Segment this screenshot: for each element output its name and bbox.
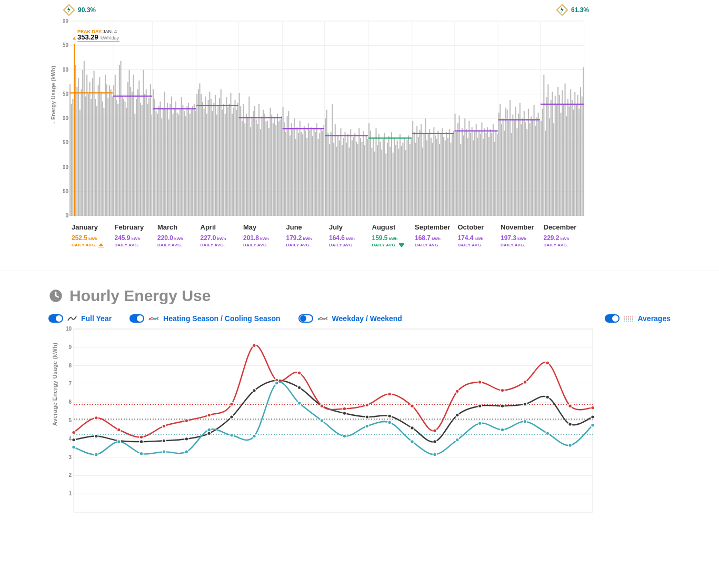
svg-point-90 xyxy=(117,428,121,432)
svg-point-132 xyxy=(523,420,527,423)
svg-point-82 xyxy=(478,404,482,408)
month-name: October xyxy=(458,223,497,231)
daily-bar xyxy=(321,128,322,216)
toggle-full-year[interactable]: Full Year xyxy=(48,314,112,323)
daily-bar xyxy=(211,99,212,216)
daily-bar xyxy=(132,92,133,216)
daily-bar xyxy=(437,131,438,216)
month-avg-value: 174.4kWh xyxy=(458,234,497,242)
svg-point-95 xyxy=(230,402,234,406)
daily-avg-label: DAILY AVG. xyxy=(458,243,497,247)
daily-bar xyxy=(198,89,199,216)
daily-bar xyxy=(525,122,526,216)
daily-bar xyxy=(305,131,306,216)
daily-bar xyxy=(362,142,363,216)
daily-bar xyxy=(562,90,563,216)
daily-bar xyxy=(368,123,370,216)
daily-bar xyxy=(157,114,158,216)
daily-bar xyxy=(555,96,556,216)
daily-bar xyxy=(116,100,117,216)
month-avg-value: 197.3kWh xyxy=(501,234,540,242)
daily-bar xyxy=(582,96,583,216)
daily-bar xyxy=(316,123,317,216)
daily-bar xyxy=(194,104,195,216)
daily-bar xyxy=(353,137,354,216)
month-col: December229.2kWhDAILY AVG. xyxy=(542,218,585,247)
daily-bar xyxy=(541,121,542,216)
daily-bar xyxy=(388,136,390,216)
daily-bar xyxy=(95,99,96,216)
daily-bar xyxy=(253,111,254,216)
toggle-label: Heating Season / Cooling Season xyxy=(163,314,280,323)
svg-point-119 xyxy=(230,433,234,437)
daily-bar xyxy=(119,65,120,216)
daily-bar xyxy=(120,61,121,216)
daily-avg-label: DAILY AVG. xyxy=(201,243,239,247)
toggle-switch[interactable] xyxy=(48,314,63,323)
daily-bar xyxy=(148,98,149,216)
daily-bar xyxy=(343,138,344,216)
month-name: January xyxy=(72,223,111,231)
daily-avg-label: DAILY AVG. xyxy=(72,243,111,247)
daily-bar xyxy=(363,131,364,216)
month-col: November197.3kWhDAILY AVG. xyxy=(498,218,542,247)
toggle-switch[interactable] xyxy=(129,314,144,323)
daily-bar xyxy=(299,121,301,216)
toggle-switch[interactable] xyxy=(605,314,620,323)
daily-bar xyxy=(484,128,485,216)
daily-bar xyxy=(301,132,302,216)
toggle-seasons[interactable]: Heating Season / Cooling Season xyxy=(129,314,280,323)
daily-bar xyxy=(480,134,481,216)
svg-point-104 xyxy=(433,429,437,433)
month-col: June179.2kWhDAILY AVG. xyxy=(284,218,327,247)
daily-bar xyxy=(559,95,560,216)
month-name: August xyxy=(372,223,411,231)
svg-point-77 xyxy=(365,415,369,419)
daily-bar xyxy=(269,108,271,216)
daily-bar xyxy=(322,131,323,216)
daily-bar xyxy=(151,115,152,216)
toggle-week[interactable]: Weekday / Weekend xyxy=(298,314,402,323)
svg-point-69 xyxy=(185,437,188,441)
daily-bar xyxy=(137,89,138,216)
svg-point-109 xyxy=(546,361,550,365)
svg-point-111 xyxy=(591,406,595,410)
daily-bar xyxy=(175,102,176,216)
svg-point-128 xyxy=(433,453,437,456)
daily-bar xyxy=(165,109,166,216)
svg-point-76 xyxy=(343,412,346,415)
daily-bar xyxy=(426,141,427,216)
svg-point-114 xyxy=(117,440,121,444)
daily-bar xyxy=(453,131,454,216)
daily-bar xyxy=(319,133,320,216)
svg-point-135 xyxy=(591,423,595,427)
daily-bar xyxy=(340,128,341,216)
daily-bar xyxy=(472,127,473,216)
daily-bar xyxy=(441,134,442,216)
daily-bar xyxy=(563,104,564,216)
daily-bar xyxy=(88,94,89,216)
daily-bar xyxy=(445,141,446,216)
daily-bar xyxy=(123,99,124,216)
toggle-switch[interactable] xyxy=(298,314,313,323)
daily-bar xyxy=(443,137,444,216)
daily-bar xyxy=(227,107,228,216)
daily-bar xyxy=(215,95,216,216)
daily-bar xyxy=(456,132,457,216)
toggle-label: Weekday / Weekend xyxy=(332,314,402,323)
toggle-avg[interactable]: Averages xyxy=(605,314,671,323)
daily-bar xyxy=(150,84,151,216)
daily-bar xyxy=(576,104,577,216)
daily-bar xyxy=(377,145,378,216)
daily-bar xyxy=(164,92,165,216)
month-name: November xyxy=(501,223,540,231)
svg-text:5: 5 xyxy=(68,417,72,423)
daily-bar xyxy=(491,133,492,216)
daily-bar xyxy=(370,131,371,216)
daily-bar xyxy=(447,138,448,216)
svg-point-110 xyxy=(568,404,572,408)
daily-bar xyxy=(261,116,262,216)
month-avg-value: 159.5kWh xyxy=(372,234,411,242)
daily-bar xyxy=(411,139,412,216)
daily-bar xyxy=(295,139,296,216)
